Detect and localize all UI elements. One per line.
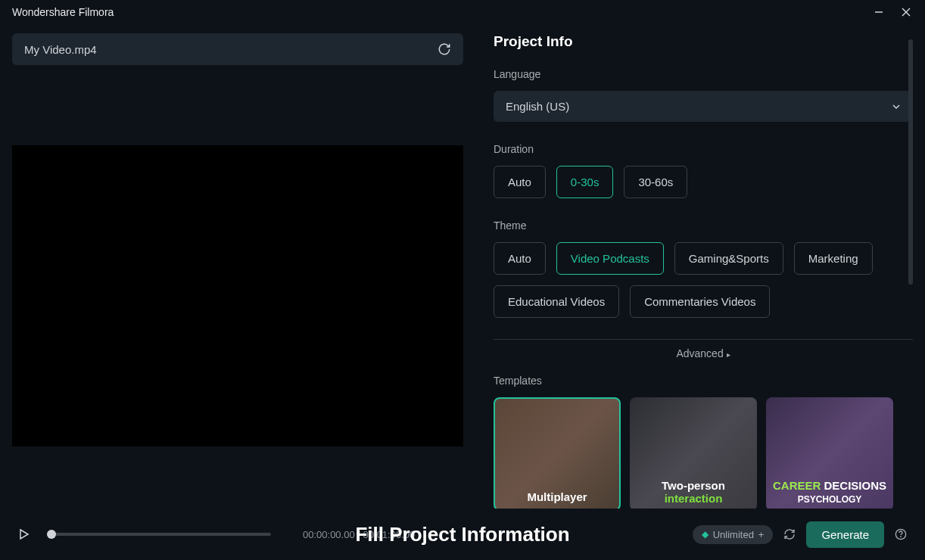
templates-label: Templates — [494, 375, 913, 387]
template-card-0[interactable]: Multiplayer — [494, 397, 621, 509]
theme-option-commentaries[interactable]: Commentaries Videos — [630, 285, 770, 318]
theme-option-gaming-sports[interactable]: Gaming&Sports — [674, 242, 783, 275]
plus-icon: + — [758, 529, 765, 540]
template-card-2[interactable]: CAREER DECISIONS PSYCHOLOGY — [766, 397, 893, 509]
file-name-label: My Video.mp4 — [24, 43, 97, 56]
footer-right: ◆ Unlimited + Generate — [693, 521, 907, 548]
theme-option-educational[interactable]: Educational Videos — [494, 285, 619, 318]
duration-label: Duration — [494, 143, 913, 155]
timeline-track[interactable] — [47, 533, 271, 536]
titlebar: Wondershare Filmora — [0, 0, 925, 24]
language-value: English (US) — [506, 100, 569, 113]
right-panel: Project Info Language English (US) Durat… — [494, 33, 913, 509]
timeline-head[interactable] — [47, 530, 56, 539]
app-title: Wondershare Filmora — [12, 6, 114, 18]
left-panel: My Video.mp4 — [12, 33, 463, 509]
template-label-1: Two-person interaction — [630, 480, 757, 505]
time-current: 00:00:00.00 — [303, 529, 355, 540]
svg-point-5 — [901, 537, 902, 537]
theme-option-video-podcasts[interactable]: Video Podcasts — [556, 242, 664, 275]
unlimited-pill[interactable]: ◆ Unlimited + — [693, 525, 774, 544]
sync-icon[interactable] — [783, 528, 796, 540]
refresh-icon[interactable] — [438, 42, 451, 56]
template-label-0: Multiplayer — [495, 491, 619, 504]
language-label: Language — [494, 68, 913, 80]
chevron-down-icon — [892, 102, 901, 111]
scrollbar[interactable] — [908, 39, 913, 285]
duration-option-auto[interactable]: Auto — [494, 166, 546, 198]
theme-label: Theme — [494, 219, 913, 232]
advanced-toggle[interactable]: Advanced — [494, 339, 913, 375]
close-icon[interactable] — [899, 5, 913, 19]
footer-bar: 00:00:00.00 / 00:01:00.00 Fill Project I… — [0, 509, 925, 560]
help-icon[interactable] — [895, 528, 907, 540]
advanced-label: Advanced — [676, 347, 723, 359]
duration-chips: Auto 0-30s 30-60s — [494, 166, 913, 198]
template-card-1[interactable]: Two-person interaction — [630, 397, 757, 509]
svg-marker-3 — [20, 530, 28, 539]
template-label-2: CAREER DECISIONS PSYCHOLOGY — [766, 480, 893, 505]
play-icon[interactable] — [18, 528, 30, 540]
file-pill[interactable]: My Video.mp4 — [12, 33, 463, 65]
theme-chips: Auto Video Podcasts Gaming&Sports Market… — [494, 242, 913, 318]
footer-caption: Fill Project Information — [355, 523, 569, 546]
language-select[interactable]: English (US) — [494, 91, 913, 122]
generate-button[interactable]: Generate — [806, 521, 884, 548]
unlimited-label: Unlimited — [713, 529, 754, 540]
duration-option-0-30s[interactable]: 0-30s — [556, 166, 614, 198]
diamond-icon: ◆ — [702, 529, 709, 540]
theme-option-marketing[interactable]: Marketing — [794, 242, 873, 275]
project-info-title: Project Info — [494, 33, 913, 50]
templates-row: Multiplayer Two-person interaction CAREE… — [494, 397, 913, 509]
window-controls — [872, 5, 913, 19]
main-content: My Video.mp4 Project Info Language Engli… — [0, 24, 925, 509]
minimize-icon[interactable] — [872, 5, 886, 19]
theme-option-auto[interactable]: Auto — [494, 242, 546, 275]
video-preview[interactable] — [12, 145, 463, 446]
duration-option-30-60s[interactable]: 30-60s — [624, 166, 687, 198]
